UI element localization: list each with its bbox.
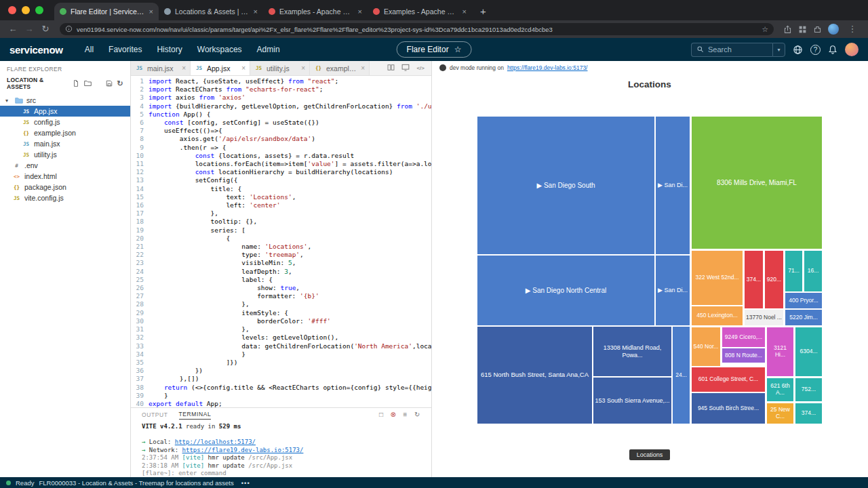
file-src[interactable]: ▾src	[0, 95, 130, 106]
treemap-cell[interactable]: 808 N Route...	[722, 348, 765, 363]
code-line[interactable]: name: 'Locations',	[149, 243, 431, 251]
close-tab-icon[interactable]: ×	[361, 64, 365, 72]
nav-history[interactable]: History	[150, 42, 189, 57]
browser-tab[interactable]: Locations & Assets | Scripted...×	[159, 3, 263, 20]
terminal-output[interactable]: VITE v4.2.1 ready in 529 ms → Local: htt…	[131, 422, 431, 477]
editor-tab-example-j-[interactable]: {}example.j...×	[310, 61, 370, 75]
browser-tab[interactable]: Flare Editor | ServiceNow×	[54, 3, 159, 20]
code-line[interactable]: return (<>{config.title && <ReactECharts…	[149, 384, 431, 392]
breadcrumb-locations[interactable]: Locations	[629, 449, 671, 460]
back-icon[interactable]: ←	[5, 20, 20, 38]
grid-icon[interactable]	[798, 25, 807, 34]
treemap-cell[interactable]: 540 Nor...	[692, 327, 720, 366]
treemap-cell[interactable]: 615 North Bush Street, Santa Ana,CA	[477, 327, 592, 424]
code-line[interactable]: }	[149, 350, 431, 359]
code-line[interactable]: formatter: '{b}'	[149, 292, 431, 300]
treemap-cell[interactable]: 374...	[795, 403, 822, 424]
treemap-cell[interactable]: 71...	[785, 251, 802, 291]
treemap-cell[interactable]: 400 Pryor...	[785, 293, 822, 308]
code-line[interactable]: import {buildHierarchy, getLevelOption, …	[149, 102, 431, 110]
treemap-cell[interactable]: 153 South Sierra Avenue,...	[593, 378, 671, 424]
new-folder-icon[interactable]	[84, 80, 92, 87]
treemap-cell[interactable]: 450 Lexington...	[692, 306, 743, 325]
code-line[interactable]: import axios from 'axios'	[149, 94, 431, 102]
treemap-cell[interactable]: ▶ San Diego North Central	[477, 256, 654, 325]
site-info-icon[interactable]	[65, 23, 73, 35]
nav-all[interactable]: All	[78, 42, 100, 57]
treemap-cell[interactable]: ▶ San Di...	[656, 117, 690, 254]
code-line[interactable]: const {locations, assets} = r.data.resul…	[149, 152, 431, 160]
split-terminal-icon[interactable]: □	[379, 411, 384, 418]
browser-tab[interactable]: Examples - Apache ECharts×	[368, 3, 472, 20]
favorite-star-icon[interactable]: ☆	[454, 45, 462, 54]
user-avatar[interactable]	[845, 43, 859, 56]
close-tab-icon[interactable]: ×	[358, 7, 362, 16]
nav-admin[interactable]: Admin	[250, 42, 287, 57]
treemap-cell[interactable]: 322 West 52nd...	[692, 251, 743, 305]
code-line[interactable]: ]})	[149, 359, 431, 367]
new-tab-button[interactable]: +	[472, 3, 494, 20]
split-editor-icon[interactable]	[387, 64, 395, 73]
zoom-window-button[interactable]	[35, 6, 43, 14]
code-line[interactable]: const locationHierarchy = buildHierarchy…	[149, 168, 431, 176]
new-file-icon[interactable]	[73, 80, 79, 87]
file-vite-config-js[interactable]: JSvite.config.js	[0, 192, 130, 203]
close-tab-icon[interactable]: ×	[149, 7, 153, 16]
code-line[interactable]: visibleMin: 5,	[149, 259, 431, 267]
code-line[interactable]: data: getChildrenForLocation('North Amer…	[149, 342, 431, 350]
code-line[interactable]: title: {	[149, 185, 431, 193]
treemap-cell[interactable]: 25 New C...	[767, 403, 793, 424]
code-line[interactable]: }	[149, 392, 431, 400]
code-line[interactable]: text: 'Locations',	[149, 193, 431, 201]
code-line[interactable]: tooltip: {},	[149, 218, 431, 226]
terminal-refresh-icon[interactable]: ↻	[414, 411, 420, 418]
code-line[interactable]: levels: getLevelOption(),	[149, 333, 431, 342]
treemap-cell[interactable]: 9249 Cicero,...	[722, 327, 765, 347]
treemap-cell[interactable]: 601 College Street, C...	[692, 367, 765, 392]
close-tab-icon[interactable]: ×	[462, 7, 467, 16]
nav-workspaces[interactable]: Workspaces	[191, 42, 249, 57]
url-bar[interactable]: ven01994.service-now.com/now/nav/ui/clas…	[60, 23, 774, 35]
treemap-cell[interactable]: 621 6th A...	[767, 378, 793, 401]
status-more-icon[interactable]: •••	[241, 479, 250, 487]
notifications-bell-icon[interactable]	[828, 45, 837, 54]
code-line[interactable]: },[])	[149, 375, 431, 383]
tab-terminal[interactable]: TERMINAL	[179, 411, 212, 420]
file-main-jsx[interactable]: JSmain.jsx	[0, 138, 130, 149]
file-utility-js[interactable]: JSutility.js	[0, 149, 130, 160]
treemap-cell[interactable]: 13308 Midland Road, Powa...	[593, 327, 671, 376]
code-line[interactable]: function App() {	[149, 110, 431, 119]
servicenow-logo[interactable]: servicenow	[9, 44, 63, 56]
code-line[interactable]: {	[149, 235, 431, 243]
treemap-cell[interactable]: 3121 Hi...	[767, 327, 793, 376]
code-line[interactable]: export default App;	[149, 400, 431, 407]
file-example-json[interactable]: {}example.json	[0, 127, 130, 138]
profile-avatar[interactable]	[828, 24, 839, 35]
close-window-button[interactable]	[8, 6, 16, 14]
file-config-js[interactable]: JSconfig.js	[0, 117, 130, 127]
bookmark-star-icon[interactable]: ☆	[762, 25, 768, 34]
editor-tab-app-jsx[interactable]: JSApp.jsx×	[191, 61, 250, 75]
code-line[interactable]: })	[149, 367, 431, 375]
forward-icon[interactable]: →	[22, 20, 37, 38]
treemap-cell[interactable]: ▶ San Diego South	[477, 117, 654, 254]
search-scope-dropdown[interactable]: ▾	[772, 43, 785, 57]
code-line[interactable]: itemStyle: {	[149, 309, 431, 317]
code-line[interactable]: left: 'center'	[149, 201, 431, 209]
code-area[interactable]: 1234567891011121314151617181920212223242…	[131, 76, 431, 407]
code-line[interactable]: axios.get('/api/elsr/sandbox/data')	[149, 135, 431, 143]
code-line[interactable]: setConfig({	[149, 176, 431, 184]
save-icon[interactable]	[106, 80, 113, 87]
open-preview-icon[interactable]	[401, 64, 410, 73]
tab-output[interactable]: OUTPUT	[142, 411, 168, 418]
extensions-icon[interactable]	[813, 25, 822, 34]
code-line[interactable]: },	[149, 325, 431, 333]
treemap-cell[interactable]: 5220 Jim...	[785, 310, 822, 325]
nav-favorites[interactable]: Favorites	[102, 42, 149, 57]
help-icon[interactable]: ?	[810, 45, 821, 55]
kill-terminal-icon[interactable]: ⊗	[391, 411, 397, 418]
close-tab-icon[interactable]: ×	[301, 64, 305, 72]
globe-icon[interactable]	[793, 45, 803, 55]
code-line[interactable]: borderColor: '#fff'	[149, 317, 431, 325]
close-tab-icon[interactable]: ×	[254, 7, 258, 16]
